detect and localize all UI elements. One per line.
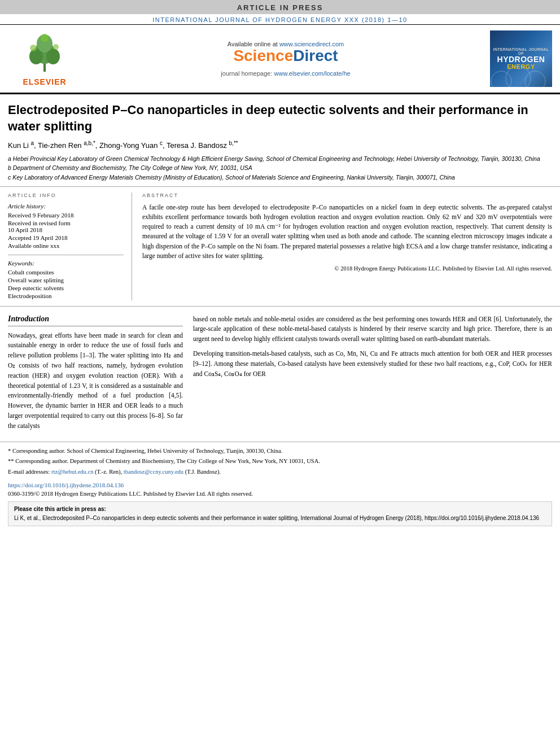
citation-box: Please cite this article in press as: Li… bbox=[8, 501, 552, 526]
footnotes-section: * Corresponding author. School of Chemic… bbox=[0, 442, 560, 480]
header-area: ELSEVIER Available online at www.science… bbox=[0, 25, 560, 94]
science-part: Science bbox=[233, 47, 293, 64]
intro-left-text: Nowadays, great efforts have been made i… bbox=[8, 331, 183, 431]
elsevier-tree-icon bbox=[19, 31, 70, 76]
keyword-3: Deep eutectic solvents bbox=[8, 285, 124, 291]
abstract-heading: ABSTRACT bbox=[142, 193, 552, 198]
svg-point-7 bbox=[41, 34, 49, 42]
sciencedirect-logo: ScienceDirect bbox=[87, 47, 484, 65]
keywords-label: Keywords: bbox=[8, 255, 124, 267]
email-bandosz[interactable]: tbandosz@ccny.cuny.edu bbox=[124, 469, 183, 475]
accepted-date: Accepted 19 April 2018 bbox=[8, 234, 124, 241]
received-1: Received 9 February 2018 bbox=[8, 212, 124, 219]
abstract-text: A facile one-step route has been develop… bbox=[142, 203, 552, 261]
rights-line: 0360-3199/© 2018 Hydrogen Energy Publica… bbox=[0, 490, 560, 498]
article-history-label: Article history: bbox=[8, 203, 124, 209]
main-content: Introduction Nowadays, great efforts hav… bbox=[0, 307, 560, 442]
introduction-heading: Introduction bbox=[8, 314, 183, 326]
journal-homepage: journal homepage: www.elsevier.com/locat… bbox=[87, 70, 484, 77]
journal-cover-intl: INTERNATIONAL JOURNAL OF bbox=[490, 47, 552, 55]
journal-cover-hydrogen: HYDROGEN bbox=[497, 55, 545, 63]
footnote-emails: E-mail addresses: rtz@hebut.edu.cn (T.-z… bbox=[8, 468, 552, 477]
keyword-2: Overall water splitting bbox=[8, 277, 124, 283]
email-ren[interactable]: rtz@hebut.edu.cn bbox=[51, 469, 93, 475]
affiliation-b: b Department of Chemistry and Biochemist… bbox=[8, 164, 552, 172]
received-2: Received in revised form10 April 2018 bbox=[8, 220, 124, 233]
article-title: Electrodeposited P–Co nanoparticles in d… bbox=[8, 102, 552, 134]
svg-point-8 bbox=[491, 71, 511, 87]
journal-line: INTERNATIONAL JOURNAL OF HYDROGEN ENERGY… bbox=[0, 14, 560, 25]
abstract-column: ABSTRACT A facile one-step route has bee… bbox=[142, 193, 552, 300]
citation-label: Please cite this article in press as: bbox=[14, 505, 546, 513]
elsevier-wordmark: ELSEVIER bbox=[23, 77, 66, 86]
abstract-copyright: © 2018 Hydrogen Energy Publications LLC.… bbox=[142, 265, 552, 272]
left-column: Introduction Nowadays, great efforts hav… bbox=[8, 314, 183, 436]
intro-right-para-2: Developing transition-metals-based catal… bbox=[193, 349, 552, 379]
affiliations: a Hebei Provincial Key Laboratory of Gre… bbox=[8, 155, 552, 182]
citation-text: Li K, et al., Electrodeposited P–Co nano… bbox=[14, 514, 546, 522]
affiliation-a: a Hebei Provincial Key Laboratory of Gre… bbox=[8, 155, 552, 163]
svg-point-10 bbox=[525, 71, 545, 87]
svg-point-6 bbox=[53, 44, 59, 50]
keyword-1: Cobalt composites bbox=[8, 269, 124, 276]
article-info-column: ARTICLE INFO Article history: Received 9… bbox=[8, 193, 132, 300]
affiliation-c: c Key Laboratory of Advanced Energy Mate… bbox=[8, 173, 552, 182]
header-center: Available online at www.sciencedirect.co… bbox=[81, 41, 490, 77]
article-title-section: Electrodeposited P–Co nanoparticles in d… bbox=[0, 94, 560, 187]
journal-homepage-link[interactable]: www.elsevier.com/locate/he bbox=[274, 70, 351, 77]
footnote-star1: * Corresponding author. School of Chemic… bbox=[8, 447, 552, 456]
intro-para-1: Nowadays, great efforts have been made i… bbox=[8, 331, 183, 431]
keyword-4: Electrodeposition bbox=[8, 292, 124, 299]
doi-link[interactable]: https://doi.org/10.1016/j.ijhydene.2018.… bbox=[8, 482, 124, 488]
right-column: based on noble metals and noble-metal ox… bbox=[193, 314, 552, 436]
info-abstract-section: ARTICLE INFO Article history: Received 9… bbox=[0, 187, 560, 307]
journal-cover: INTERNATIONAL JOURNAL OF HYDROGEN ENERGY bbox=[490, 30, 552, 87]
authors-line: Kun Li a, Tie-zhen Ren a,b,*, Zhong-Yong… bbox=[8, 140, 552, 150]
svg-point-9 bbox=[506, 66, 531, 87]
intro-right-para-1: based on noble metals and noble-metal ox… bbox=[193, 314, 552, 344]
available-online: Available online xxx bbox=[8, 242, 124, 249]
direct-part: Direct bbox=[293, 47, 338, 64]
svg-point-5 bbox=[30, 45, 37, 51]
article-info-heading: ARTICLE INFO bbox=[8, 193, 124, 198]
doi-line: https://doi.org/10.1016/j.ijhydene.2018.… bbox=[0, 480, 560, 490]
intro-right-text: based on noble metals and noble-metal ox… bbox=[193, 314, 552, 379]
article-in-press-banner: ARTICLE IN PRESS bbox=[0, 0, 560, 14]
footnote-star2: ** Corresponding author. Department of C… bbox=[8, 457, 552, 466]
elsevier-logo: ELSEVIER bbox=[8, 31, 81, 86]
